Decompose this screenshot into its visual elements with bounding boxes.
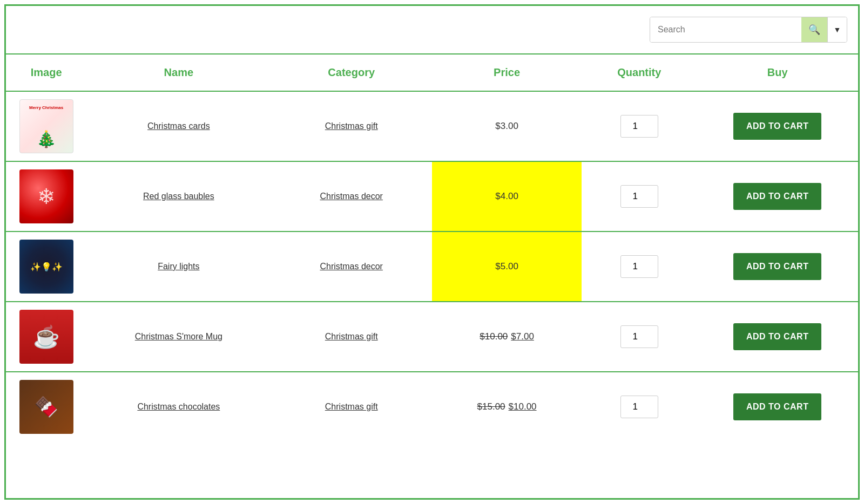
product-name-link-2[interactable]: Red glass baubles <box>143 192 214 201</box>
table-row: Red glass baublesChristmas decor$4.00ADD… <box>6 161 858 231</box>
cell-category-3: Christmas decor <box>271 231 432 302</box>
quantity-input-1[interactable] <box>620 115 658 138</box>
page-wrapper: 🔍 ▼ Image Name Category Price Quantity B… <box>4 4 860 500</box>
search-button[interactable]: 🔍 <box>801 17 827 42</box>
cell-name-4: Christmas S'more Mug <box>86 302 271 372</box>
add-to-cart-button-3[interactable]: ADD TO CART <box>733 253 821 280</box>
cell-price-1: $3.00 <box>432 91 582 161</box>
cell-category-5: Christmas gift <box>271 372 432 441</box>
cell-quantity-4 <box>582 302 697 372</box>
add-to-cart-button-5[interactable]: ADD TO CART <box>733 393 821 420</box>
cell-name-1: Christmas cards <box>86 91 271 161</box>
quantity-input-3[interactable] <box>620 255 658 278</box>
col-header-name: Name <box>86 55 271 91</box>
cell-buy-4: ADD TO CART <box>697 302 858 372</box>
cell-image-2 <box>6 161 86 231</box>
price-value-2: $4.00 <box>495 191 518 201</box>
category-link-2[interactable]: Christmas decor <box>320 192 382 201</box>
product-image-2 <box>19 169 73 223</box>
category-link-4[interactable]: Christmas gift <box>325 332 378 341</box>
cell-image-4 <box>6 302 86 372</box>
cell-quantity-1 <box>582 91 697 161</box>
cell-price-2: $4.00 <box>432 161 582 231</box>
cell-price-4: $10.00$7.00 <box>432 302 582 372</box>
product-name-link-3[interactable]: Fairy lights <box>158 262 199 271</box>
header: 🔍 ▼ <box>6 6 858 55</box>
cell-image-1 <box>6 91 86 161</box>
quantity-input-5[interactable] <box>620 396 658 418</box>
cell-category-1: Christmas gift <box>271 91 432 161</box>
search-icon: 🔍 <box>808 24 820 36</box>
product-image-5 <box>19 380 73 434</box>
search-input[interactable] <box>650 17 801 42</box>
table-row: Christmas cardsChristmas gift$3.00ADD TO… <box>6 91 858 161</box>
cell-buy-3: ADD TO CART <box>697 231 858 302</box>
dropdown-button[interactable]: ▼ <box>827 17 847 42</box>
cell-category-2: Christmas decor <box>271 161 432 231</box>
cell-quantity-5 <box>582 372 697 441</box>
cell-name-5: Christmas chocolates <box>86 372 271 441</box>
col-header-category: Category <box>271 55 432 91</box>
product-name-link-1[interactable]: Christmas cards <box>147 121 210 131</box>
product-table: Image Name Category Price Quantity Buy C… <box>6 55 858 441</box>
product-image-3 <box>19 240 73 294</box>
product-image-1 <box>19 99 73 153</box>
table-row: Christmas chocolatesChristmas gift$15.00… <box>6 372 858 441</box>
cell-name-3: Fairy lights <box>86 231 271 302</box>
table-header-row: Image Name Category Price Quantity Buy <box>6 55 858 91</box>
cell-image-5 <box>6 372 86 441</box>
price-original-4: $10.00 <box>480 331 508 342</box>
price-discounted-4: $7.00 <box>511 331 534 342</box>
table-row: Christmas S'more MugChristmas gift$10.00… <box>6 302 858 372</box>
price-value-1: $3.00 <box>495 121 518 131</box>
cell-price-5: $15.00$10.00 <box>432 372 582 441</box>
search-bar: 🔍 ▼ <box>650 17 847 43</box>
table-row: Fairy lightsChristmas decor$5.00ADD TO C… <box>6 231 858 302</box>
price-value-3: $5.00 <box>495 261 518 271</box>
cell-buy-2: ADD TO CART <box>697 161 858 231</box>
category-link-5[interactable]: Christmas gift <box>325 402 378 411</box>
quantity-input-4[interactable] <box>620 325 658 348</box>
cell-buy-5: ADD TO CART <box>697 372 858 441</box>
cell-name-2: Red glass baubles <box>86 161 271 231</box>
col-header-price: Price <box>432 55 582 91</box>
cell-image-3 <box>6 231 86 302</box>
category-link-1[interactable]: Christmas gift <box>325 121 378 131</box>
category-link-3[interactable]: Christmas decor <box>320 262 382 271</box>
price-discounted-5: $10.00 <box>509 401 537 412</box>
col-header-quantity: Quantity <box>582 55 697 91</box>
product-name-link-4[interactable]: Christmas S'more Mug <box>135 332 222 341</box>
cell-buy-1: ADD TO CART <box>697 91 858 161</box>
product-image-4 <box>19 310 73 364</box>
cell-category-4: Christmas gift <box>271 302 432 372</box>
col-header-buy: Buy <box>697 55 858 91</box>
price-original-5: $15.00 <box>477 401 505 412</box>
col-header-image: Image <box>6 55 86 91</box>
add-to-cart-button-1[interactable]: ADD TO CART <box>733 113 821 140</box>
add-to-cart-button-2[interactable]: ADD TO CART <box>733 183 821 210</box>
cell-quantity-3 <box>582 231 697 302</box>
cell-quantity-2 <box>582 161 697 231</box>
product-name-link-5[interactable]: Christmas chocolates <box>137 402 220 411</box>
chevron-down-icon: ▼ <box>834 25 841 34</box>
cell-price-3: $5.00 <box>432 231 582 302</box>
add-to-cart-button-4[interactable]: ADD TO CART <box>733 323 821 350</box>
quantity-input-2[interactable] <box>620 185 658 208</box>
